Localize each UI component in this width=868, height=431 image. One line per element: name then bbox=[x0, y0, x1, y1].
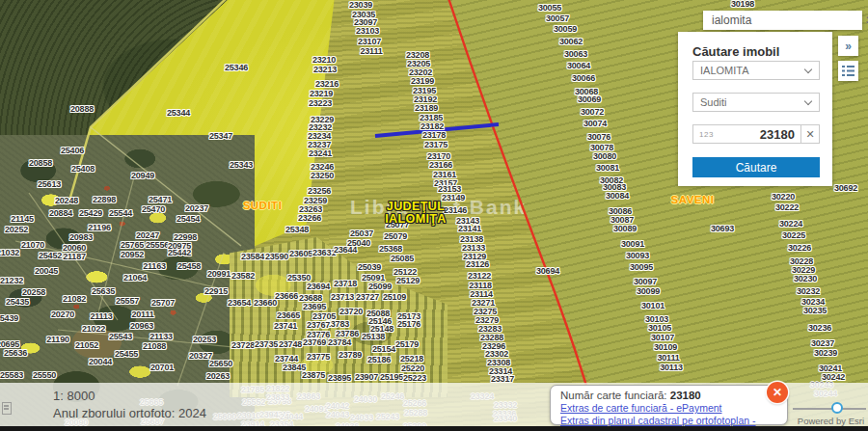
cf-result-label: Număr carte funciară: 23180 bbox=[560, 390, 777, 401]
search-submit-button[interactable]: Căutare bbox=[692, 157, 820, 177]
cf-result-value: 23180 bbox=[670, 390, 701, 401]
transparency-slider-track[interactable] bbox=[793, 408, 866, 410]
cf-number-value: 23180 bbox=[714, 127, 800, 142]
map-search-box: ✕ bbox=[703, 11, 862, 30]
cadastral-map-app: Libra t Bank 230392303523097231032310723… bbox=[0, 0, 868, 431]
locality-select[interactable]: Suditi bbox=[692, 93, 820, 112]
collapse-panel-button[interactable]: » bbox=[838, 36, 858, 56]
legend-button[interactable] bbox=[838, 61, 858, 81]
ortofoto-year: Anul zborului ortofoto: 2024 bbox=[53, 406, 206, 420]
attribution-icon[interactable] bbox=[2, 402, 12, 415]
cf-number-field[interactable]: 123 23180 ✕ bbox=[692, 124, 820, 144]
county-label-line1: JUDEŢUL bbox=[387, 200, 445, 213]
search-input[interactable] bbox=[703, 11, 865, 30]
cf-result-popup: Număr carte funciară: 23180 Extras de ca… bbox=[550, 385, 788, 425]
chevron-down-icon bbox=[804, 96, 812, 104]
clear-field-icon[interactable]: ✕ bbox=[800, 125, 819, 143]
chevron-down-icon bbox=[804, 65, 812, 72]
esri-attribution: Powered by Esri bbox=[798, 416, 864, 426]
place-label-suditi: SUDITI bbox=[243, 200, 283, 211]
panel-title: Căutare imobil bbox=[692, 44, 779, 59]
place-label-saveni: SAVENI bbox=[671, 194, 715, 205]
epayment-link[interactable]: Extras de carte funciară - ePayment bbox=[560, 402, 777, 414]
map-scale: 1: 8000 bbox=[53, 389, 95, 403]
transparency-slider-handle[interactable] bbox=[831, 402, 843, 414]
numeric-icon: 123 bbox=[693, 130, 714, 139]
county-label-line2: IALOMIŢA bbox=[385, 212, 447, 226]
close-popup-button[interactable]: ✕ bbox=[767, 382, 788, 403]
county-select[interactable]: IALOMITA bbox=[692, 61, 820, 80]
bottom-edge-strip bbox=[0, 426, 868, 431]
list-icon bbox=[842, 66, 854, 76]
property-search-panel: Căutare imobil IALOMITA Suditi 123 23180… bbox=[678, 32, 832, 186]
